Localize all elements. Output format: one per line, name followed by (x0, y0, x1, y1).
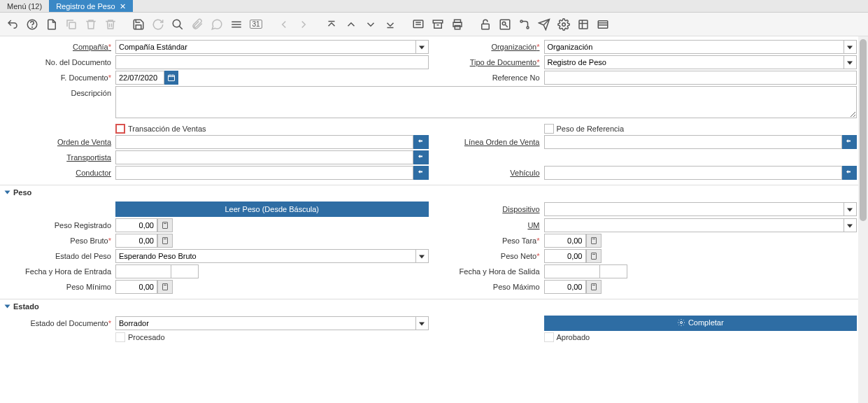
undo-icon[interactable] (4, 16, 21, 33)
leer-peso-button[interactable]: Leer Peso (Desde Báscula) (115, 202, 429, 217)
orden-lookup-icon[interactable] (413, 135, 428, 149)
svg-point-19 (502, 22, 506, 25)
veh-lookup-icon[interactable] (842, 166, 857, 180)
tipodoc-label: Tipo de Documento* (429, 58, 544, 66)
salida-date-input[interactable] (544, 264, 600, 278)
svg-point-3 (173, 20, 180, 27)
gear-icon[interactable] (555, 16, 572, 33)
scrollbar-thumb[interactable] (860, 39, 867, 221)
estado-peso-select[interactable]: Esperando Peso Bruto (115, 249, 429, 263)
csv-icon[interactable] (595, 16, 611, 33)
tara-calc-icon[interactable] (586, 234, 602, 248)
search-icon[interactable] (169, 16, 186, 33)
completar-button[interactable]: Completar (544, 316, 858, 331)
refno-input[interactable] (544, 71, 858, 85)
estado-section-header[interactable]: Estado (0, 299, 868, 312)
reg-calc-icon[interactable] (157, 218, 173, 232)
toolbar: 31 (0, 13, 868, 36)
numdoc-input[interactable] (115, 55, 429, 69)
help-icon[interactable] (24, 16, 41, 33)
trans-input[interactable] (115, 150, 413, 164)
copy-icon (63, 16, 80, 33)
procesado-checkbox (115, 332, 125, 342)
um-select[interactable] (544, 218, 858, 232)
trx-ventas-checkbox[interactable] (115, 124, 125, 134)
aprobado-label: Aprobado (557, 333, 590, 341)
tab-bar: Menú (12) Registro de Peso ✕ (0, 0, 868, 13)
down-icon[interactable] (362, 16, 379, 33)
tab-active-label: Registro de Peso (56, 0, 115, 13)
collapse-icon (5, 191, 10, 195)
svg-rect-38 (591, 238, 596, 244)
new-icon[interactable] (43, 16, 60, 33)
min-calc-icon[interactable] (157, 280, 173, 294)
chat-icon (208, 16, 225, 33)
delete2-icon (102, 16, 119, 33)
entrada-date-input[interactable] (115, 264, 171, 278)
fdoc-input[interactable] (115, 71, 164, 85)
tara-label: Peso Tara* (429, 236, 544, 245)
product-icon[interactable] (575, 16, 592, 33)
max-input[interactable] (544, 280, 586, 294)
refno-label: Reference No (429, 73, 544, 82)
peso-section-title: Peso (13, 188, 31, 197)
print-icon[interactable] (449, 16, 466, 33)
disp-select[interactable] (544, 202, 858, 216)
peso-ref-checkbox[interactable] (544, 124, 554, 134)
scrollbar[interactable] (858, 36, 868, 343)
calendar-picker-icon[interactable] (164, 71, 178, 85)
last-icon[interactable] (382, 16, 399, 33)
svg-rect-2 (69, 22, 76, 29)
estado-doc-label: Estado del Documento* (0, 319, 115, 327)
neto-calc-icon[interactable] (586, 249, 602, 263)
up-icon[interactable] (343, 16, 360, 33)
workflow-icon[interactable] (516, 16, 533, 33)
max-calc-icon[interactable] (586, 280, 602, 294)
completar-button-label: Completar (688, 318, 724, 327)
org-select[interactable]: Organización (544, 40, 858, 54)
trans-lookup-icon[interactable] (413, 150, 428, 164)
svg-rect-17 (482, 24, 490, 29)
trans-label: Transportista (0, 153, 115, 162)
estado-peso-label: Estado del Peso (0, 252, 115, 260)
peso-section-header[interactable]: Peso (0, 185, 868, 198)
tara-input[interactable] (544, 234, 586, 248)
veh-input[interactable] (544, 166, 842, 180)
cond-lookup-icon[interactable] (413, 166, 428, 180)
save-icon[interactable] (130, 16, 147, 33)
reg-input[interactable] (115, 218, 157, 232)
neto-input[interactable] (544, 249, 586, 263)
report-icon[interactable] (410, 16, 427, 33)
zoom-icon[interactable] (497, 16, 513, 33)
lock-icon[interactable] (477, 16, 494, 33)
cond-input[interactable] (115, 166, 413, 180)
linea-lookup-icon[interactable] (842, 135, 857, 149)
svg-point-46 (680, 322, 682, 324)
estado-doc-select[interactable]: Borrador (115, 316, 429, 330)
close-icon[interactable]: ✕ (120, 0, 126, 13)
orden-input[interactable] (115, 135, 413, 149)
form-body: Compañía* Compañía Estándar Organización… (0, 36, 868, 181)
first-icon[interactable] (323, 16, 340, 33)
calendar-icon[interactable]: 31 (248, 16, 264, 33)
min-label: Peso Mínimo (0, 283, 115, 291)
collapse-icon (5, 305, 10, 309)
tab-registro-peso[interactable]: Registro de Peso ✕ (49, 0, 132, 12)
compania-select[interactable]: Compañía Estándar (115, 40, 429, 54)
send-icon[interactable] (536, 16, 553, 33)
grid-icon[interactable] (228, 16, 245, 33)
disp-label: Dispositivo (429, 205, 544, 213)
svg-rect-44 (591, 284, 596, 290)
salida-label: Fecha y Hora de Salida (429, 267, 544, 276)
desc-textarea[interactable] (115, 86, 857, 118)
bruto-input[interactable] (115, 234, 157, 248)
tipodoc-select[interactable]: Registro de Peso (544, 55, 858, 69)
archive-icon[interactable] (429, 16, 446, 33)
entrada-time-input[interactable] (171, 264, 199, 278)
tab-menu[interactable]: Menú (12) (0, 0, 49, 12)
linea-input[interactable] (544, 135, 842, 149)
svg-point-23 (562, 22, 566, 26)
bruto-calc-icon[interactable] (157, 234, 173, 248)
salida-time-input[interactable] (599, 264, 627, 278)
min-input[interactable] (115, 280, 157, 294)
